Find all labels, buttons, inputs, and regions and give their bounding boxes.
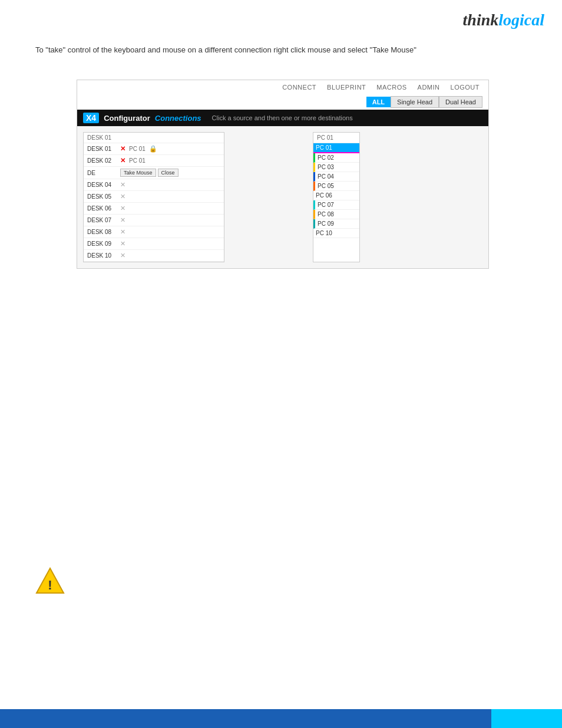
bottom-bar-main	[0, 709, 491, 728]
desk-label-1: DESK 01	[87, 146, 117, 152]
desk-x-gray-8: ✕	[120, 228, 125, 236]
nav-blueprint[interactable]: BLUEPRINT	[327, 84, 366, 91]
desk-label-3: DE	[87, 170, 117, 176]
desk-x-gray-9: ✕	[120, 240, 125, 248]
nav-logout[interactable]: LOGOUT	[451, 84, 480, 91]
desk-row-3: DE Take Mouse Close	[84, 167, 224, 179]
desk-label-10: DESK 10	[87, 252, 117, 259]
pc-row-3[interactable]: PC 03	[313, 163, 359, 172]
app-navbar: CONNECT BLUEPRINT MACROS ADMIN LOGOUT	[77, 80, 488, 94]
pc-row-10[interactable]: PC 10	[313, 229, 359, 238]
desk-row-7[interactable]: DESK 07 ✕	[84, 215, 224, 226]
desk-row-9[interactable]: DESK 09 ✕	[84, 238, 224, 250]
desk-row-6[interactable]: DESK 06 ✕	[84, 203, 224, 215]
pc-row-8[interactable]: PC 08	[313, 210, 359, 219]
desk-label-5: DESK 05	[87, 193, 117, 200]
nav-macros[interactable]: MACROS	[376, 84, 406, 91]
context-menu: Take Mouse Close	[120, 169, 178, 177]
desk-label-9: DESK 09	[87, 241, 117, 247]
svg-text:!: !	[48, 578, 52, 592]
btn-all[interactable]: ALL	[366, 97, 391, 107]
desk-row-10[interactable]: DESK 10 ✕	[84, 250, 224, 262]
desk-label-2: DESK 02	[87, 157, 117, 164]
nav-admin[interactable]: ADMIN	[418, 84, 440, 91]
pc-panel-title: PC 01	[313, 133, 359, 143]
warning-triangle-svg: !	[35, 566, 65, 595]
desk-x-gray-10: ✕	[120, 252, 125, 259]
close-button[interactable]: Close	[158, 169, 178, 177]
desk-label-6: DESK 06	[87, 205, 117, 212]
pc-row-4[interactable]: PC 04	[313, 172, 359, 182]
desk-row-8[interactable]: DESK 08 ✕	[84, 226, 224, 238]
btn-single-head[interactable]: Single Head	[391, 96, 439, 108]
app-titlebar: X4 Configurator Connections Click a sour…	[77, 110, 488, 126]
desk-row-2[interactable]: DESK 02 ✕ PC 01	[84, 155, 224, 167]
desk-lock-icon-1: 🔒	[149, 145, 157, 153]
desk-row-5[interactable]: DESK 05 ✕	[84, 191, 224, 203]
pc-panel: PC 01 PC 01 PC 02 PC 03 PC 04 PC 05 PC 0…	[313, 132, 360, 262]
configurator-label: Configurator	[104, 114, 150, 123]
nav-connect[interactable]: CONNECT	[282, 84, 316, 91]
desk-panel: DESK 01 DESK 01 ✕ PC 01 🔒 DESK 02 ✕ PC 0…	[83, 132, 224, 262]
view-buttons-row: ALL Single Head Dual Head	[77, 94, 488, 110]
pc-row-2[interactable]: PC 02	[313, 153, 359, 163]
pc-row-5[interactable]: PC 05	[313, 182, 359, 191]
desk-x-gray-4: ✕	[120, 181, 125, 189]
header-logo: thinklogical	[463, 11, 544, 29]
app-window: CONNECT BLUEPRINT MACROS ADMIN LOGOUT AL…	[77, 80, 489, 269]
desk-label-8: DESK 08	[87, 229, 117, 235]
desk-x-gray-6: ✕	[120, 205, 125, 212]
instruction-text: Click a source and then one or more dest…	[212, 114, 353, 121]
desk-x-icon-1: ✕	[120, 145, 125, 153]
pc-row-9[interactable]: PC 09	[313, 219, 359, 229]
bottom-bar-right	[491, 709, 562, 728]
desk-pc-1: PC 01	[129, 146, 146, 152]
desk-x-icon-2: ✕	[120, 157, 125, 164]
connections-label: Connections	[155, 114, 201, 123]
desk-row-4[interactable]: DESK 04 ✕	[84, 179, 224, 191]
desk-pc-2: PC 01	[129, 157, 146, 164]
logo-think: think	[463, 11, 499, 29]
app-content: DESK 01 DESK 01 ✕ PC 01 🔒 DESK 02 ✕ PC 0…	[77, 126, 488, 268]
desk-x-gray-5: ✕	[120, 193, 125, 200]
desk-label-7: DESK 07	[87, 217, 117, 223]
pc-row-7[interactable]: PC 07	[313, 200, 359, 210]
btn-dual-head[interactable]: Dual Head	[439, 96, 482, 108]
desk-row-1[interactable]: DESK 01 ✕ PC 01 🔒	[84, 143, 224, 155]
desk-x-gray-7: ✕	[120, 216, 125, 224]
intro-paragraph: To "take" control of the keyboard and mo…	[35, 44, 527, 56]
spacer	[233, 132, 304, 262]
warning-icon: !	[35, 566, 65, 595]
desk-panel-title: DESK 01	[84, 133, 224, 143]
desk-label-4: DESK 04	[87, 182, 117, 188]
logo-logical: logical	[498, 11, 544, 29]
pc-row-6[interactable]: PC 06	[313, 191, 359, 200]
pc-row-1-active[interactable]: PC 01	[313, 143, 359, 153]
take-mouse-button[interactable]: Take Mouse	[120, 169, 156, 177]
x4-badge: X4	[83, 113, 99, 123]
bottom-bar	[0, 709, 562, 728]
